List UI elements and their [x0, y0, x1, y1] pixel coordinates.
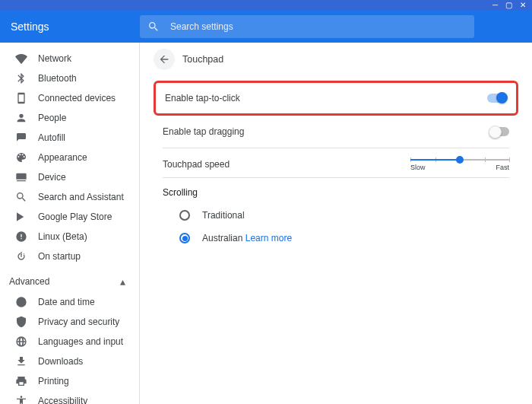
maximize-icon[interactable]: ▢ [505, 2, 512, 9]
traditional-label: Traditional [202, 210, 245, 221]
tap-to-click-row[interactable]: Enable tap-to-click [156, 83, 516, 113]
sidebar-item-linux[interactable]: Linux (Beta) [0, 227, 139, 247]
sidebar-item-network[interactable]: Network [0, 49, 139, 68]
chevron-up-icon: ▴ [120, 275, 125, 288]
sidebar-item-on-startup[interactable]: On startup [0, 247, 139, 266]
sidebar-advanced-toggle[interactable]: Advanced ▴ [0, 271, 139, 292]
play-icon [14, 209, 29, 224]
palette-icon [14, 150, 29, 165]
person-icon [14, 110, 29, 126]
search-input[interactable]: Search settings [140, 15, 474, 38]
touchpad-speed-slider[interactable]: Slow Fast [410, 159, 509, 171]
sidebar-item-search-assistant[interactable]: Search and Assistant [0, 187, 139, 207]
sidebar-item-accessibility[interactable]: Accessibility [0, 391, 139, 404]
arrow-back-icon [158, 53, 170, 65]
power-icon [14, 249, 29, 264]
printer-icon [14, 374, 29, 389]
sidebar-item-device[interactable]: Device [0, 167, 139, 187]
search-icon [147, 21, 160, 33]
laptop-icon [14, 170, 29, 185]
tap-dragging-toggle[interactable] [489, 127, 509, 136]
tap-to-click-toggle[interactable] [487, 94, 507, 103]
app-header: Settings Search settings [0, 11, 532, 43]
radio-icon [179, 210, 190, 221]
download-icon [14, 354, 29, 369]
sidebar-item-privacy[interactable]: Privacy and security [0, 312, 139, 332]
sidebar-item-printing[interactable]: Printing [0, 371, 139, 391]
highlighted-setting: Enable tap-to-click [154, 81, 518, 116]
search-icon [14, 189, 29, 205]
tap-dragging-label: Enable tap dragging [163, 126, 244, 137]
sidebar-item-autofill[interactable]: Autofill [0, 128, 139, 148]
bluetooth-icon [14, 71, 29, 86]
accessibility-icon [14, 393, 29, 404]
learn-more-link[interactable]: Learn more [245, 233, 292, 243]
sidebar-item-appearance[interactable]: Appearance [0, 148, 139, 167]
app-title: Settings [11, 21, 140, 33]
tap-to-click-label: Enable tap-to-click [165, 93, 240, 103]
scrolling-header: Scrolling [154, 178, 518, 204]
sidebar-item-play-store[interactable]: Google Play Store [0, 207, 139, 227]
autofill-icon [14, 130, 29, 145]
sidebar-item-connected-devices[interactable]: Connected devices [0, 88, 139, 108]
touchpad-speed-row: Touchpad speed Slow Fast [154, 148, 518, 177]
content-area: Touchpad Enable tap-to-click Enable tap … [140, 43, 532, 404]
globe-icon [14, 334, 29, 349]
sidebar-item-languages[interactable]: Languages and input [0, 332, 139, 352]
radio-checked-icon [179, 233, 190, 243]
linux-icon [14, 229, 29, 244]
sidebar-item-date-time[interactable]: Date and time [0, 292, 139, 312]
scrolling-australian-option[interactable]: Australian Learn more [154, 227, 518, 250]
touchpad-speed-label: Touchpad speed [163, 159, 230, 170]
page-title: Touchpad [182, 54, 223, 65]
sidebar-item-downloads[interactable]: Downloads [0, 352, 139, 371]
close-icon[interactable]: ✕ [520, 2, 526, 9]
sidebar-item-bluetooth[interactable]: Bluetooth [0, 68, 139, 88]
clock-icon [14, 294, 29, 310]
back-button[interactable] [154, 49, 175, 70]
sidebar-item-people[interactable]: People [0, 108, 139, 128]
search-placeholder: Search settings [170, 21, 233, 32]
australian-label: Australian [202, 233, 242, 243]
page-header: Touchpad [154, 49, 518, 70]
tap-dragging-row[interactable]: Enable tap dragging [154, 116, 518, 148]
window-titlebar: ─ ▢ ✕ [0, 0, 532, 11]
sidebar: Network Bluetooth Connected devices Peop… [0, 43, 140, 404]
minimize-icon[interactable]: ─ [492, 2, 498, 9]
scrolling-traditional-option[interactable]: Traditional [154, 204, 518, 227]
slider-fast-label: Fast [496, 164, 509, 171]
wifi-icon [14, 51, 29, 66]
shield-icon [14, 314, 29, 329]
slider-slow-label: Slow [410, 164, 426, 171]
device-icon [14, 91, 29, 106]
